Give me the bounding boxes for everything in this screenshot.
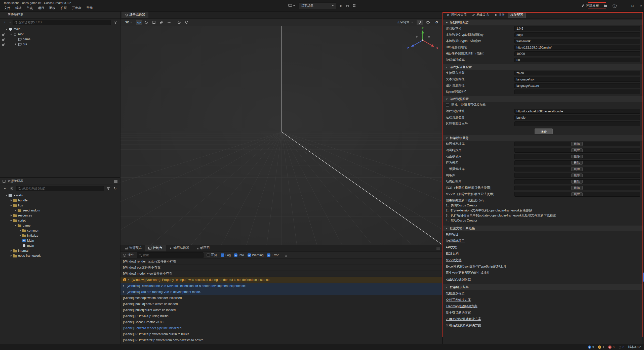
section-doc-links[interactable]: 框架文档工具链接 <box>443 226 644 231</box>
log-row[interactable]: ! [Window] render_texture文件夹不存在 <box>120 259 442 265</box>
console-filter-checkbox[interactable]: Info <box>234 253 244 257</box>
delete-module-button[interactable]: 删除 <box>571 161 583 165</box>
config-input[interactable]: bundle <box>514 115 640 120</box>
tree-node[interactable]: assets <box>0 193 120 198</box>
help-icon[interactable]: ? <box>613 4 617 8</box>
tree-node[interactable]: internal <box>0 248 120 253</box>
tree-node[interactable]: main <box>0 27 120 32</box>
solution-link[interactable]: 战棋游戏框架 <box>446 290 465 297</box>
move-tool-button[interactable] <box>136 20 142 25</box>
tab-animation-editor[interactable]: 动画编辑器 <box>166 245 193 251</box>
delete-module-button[interactable]: 删除 <box>571 155 583 158</box>
expand-caret-icon[interactable] <box>10 199 13 202</box>
menu-item[interactable]: 面板 <box>47 5 58 11</box>
panel-menu-icon[interactable] <box>114 181 117 182</box>
config-input[interactable]: language/texture <box>514 83 640 88</box>
tab-console[interactable]: 控制台 <box>145 245 166 251</box>
build-publish-button[interactable]: 构建发布 <box>581 4 599 8</box>
delete-module-button[interactable]: 删除 <box>571 148 583 152</box>
config-input[interactable]: language/json <box>514 77 640 82</box>
expand-caret-icon[interactable] <box>10 214 13 217</box>
pivot-toggle-button[interactable] <box>176 20 182 25</box>
log-expand-icon[interactable] <box>128 279 130 281</box>
log-row[interactable]: ! [Scene] [PHYSICS]: using builtin. <box>120 313 442 319</box>
config-input[interactable]: 1.0.5 <box>514 26 640 31</box>
solution-link[interactable]: 2D角色扮演游戏解决方案 <box>446 316 481 322</box>
checkbox-icon[interactable] <box>446 103 449 107</box>
expand-caret-icon[interactable] <box>10 254 13 257</box>
inspector-scrollbar-thumb[interactable] <box>642 273 644 282</box>
config-input[interactable]: 60 <box>514 58 640 62</box>
console-filter-checkbox[interactable]: Warning <box>248 253 264 257</box>
log-row[interactable]: ! [Scene] [PHYSICS]: switch from builtin… <box>120 331 442 337</box>
tree-node[interactable]: libs <box>0 203 120 208</box>
log-row[interactable]: ! [Scene] Forward render pipeline initia… <box>120 325 442 331</box>
delete-module-button[interactable]: 删除 <box>571 142 583 146</box>
layout-grid-button[interactable] <box>352 4 356 7</box>
tree-node[interactable]: initialize <box>0 233 120 238</box>
coordinate-toggle-button[interactable] <box>184 20 190 25</box>
tree-node[interactable]: bundle <box>0 198 120 203</box>
window-maximize-button[interactable]: □ <box>632 4 634 8</box>
section-solutions[interactable]: 框架解决方案 <box>443 284 644 290</box>
clear-console-button[interactable]: 清空 <box>123 253 134 257</box>
expand-caret-icon[interactable] <box>5 194 8 197</box>
menu-item[interactable]: 扩展 <box>58 5 69 11</box>
tree-node[interactable]: main <box>0 243 120 248</box>
log-row[interactable]: ! [Scene] Cocos Creator v3.8.2 <box>120 319 442 325</box>
expand-caret-icon[interactable] <box>10 219 13 222</box>
solution-link[interactable]: 新手引导解决方案 <box>446 310 471 316</box>
doc-link[interactable]: MVVM文档 <box>446 257 462 264</box>
doc-link[interactable]: Excel格式转Json文件与TypeScript代码工具 <box>446 264 506 270</box>
log-row[interactable]: ! [Scene] [PHYSICS2D]: switch from box2d… <box>120 337 442 343</box>
console-filter-checkbox[interactable]: 正则 <box>207 253 217 257</box>
asset-filter-button[interactable] <box>105 186 111 191</box>
config-input[interactable]: http://localhost:8083/assets/bundle <box>514 109 640 114</box>
console-filter-checkbox[interactable]: Log <box>221 253 231 257</box>
save-button[interactable]: 保存 <box>535 128 553 134</box>
delete-module-button[interactable]: 删除 <box>571 180 583 184</box>
tree-node[interactable]: game <box>0 223 120 228</box>
scene-viewport[interactable]: Y X Z <box>120 26 442 245</box>
tree-node[interactable]: script <box>0 218 120 223</box>
log-row[interactable]: ! [Window] [Vue warn]: Property "onInput… <box>120 277 442 283</box>
panel-menu-icon[interactable] <box>436 248 440 248</box>
tree-node[interactable]: resources <box>0 213 120 218</box>
anchor-tool-button[interactable] <box>166 20 172 25</box>
doc-link[interactable]: 教程项目 <box>446 232 458 238</box>
refresh-button[interactable]: ↻ <box>112 186 118 191</box>
step-button[interactable] <box>346 4 349 7</box>
scene-select[interactable]: 当前场景 <box>299 3 336 9</box>
section-resource-config[interactable]: 游戏资源配置 <box>443 96 644 102</box>
add-asset-button[interactable]: + <box>2 186 8 191</box>
solution-link[interactable]: Tiledmap地图解决方案 <box>446 303 477 310</box>
add-node-button[interactable]: + <box>2 20 8 25</box>
menu-item[interactable]: 文件 <box>2 5 13 11</box>
inspector-scrollbar-track[interactable] <box>642 12 644 344</box>
tab-build-publish[interactable]: 构建发布 <box>470 12 492 18</box>
log-row[interactable]: ! [Window] model_view文件夹不存在 <box>120 271 442 277</box>
tree-node[interactable]: seedrandom <box>0 208 120 213</box>
tab-property-inspector[interactable]: ⚙ 属性检查器 <box>444 12 469 18</box>
scene-light-toggle[interactable] <box>417 20 423 25</box>
tree-node[interactable]: common <box>0 228 120 233</box>
expand-caret-icon[interactable] <box>19 234 22 237</box>
tree-node[interactable]: oops-framework <box>0 253 120 258</box>
log-row[interactable]: ! [Window] Download the Vue Devtools ext… <box>120 283 442 289</box>
config-input[interactable] <box>514 121 640 126</box>
assets-search-input[interactable] <box>22 187 102 190</box>
expand-caret-icon[interactable] <box>19 229 22 232</box>
doc-link[interactable]: API文档 <box>446 244 457 251</box>
tree-node[interactable]: gui <box>0 42 120 47</box>
solution-link[interactable]: 全栈开发解决方案 <box>446 297 471 303</box>
doc-link[interactable]: 动画状态机编辑器 <box>446 276 471 283</box>
panel-menu-icon[interactable] <box>436 15 440 15</box>
config-input[interactable]: framework <box>514 39 640 43</box>
expand-caret-icon[interactable] <box>10 204 13 207</box>
notification-badge[interactable]: 0 <box>619 345 624 349</box>
log-expand-icon[interactable] <box>123 285 125 287</box>
tree-node[interactable]: game <box>0 37 120 42</box>
expand-caret-icon[interactable] <box>19 244 22 247</box>
scale-tool-button[interactable] <box>158 20 165 25</box>
info-count-badge[interactable]: i 3 <box>588 345 594 349</box>
